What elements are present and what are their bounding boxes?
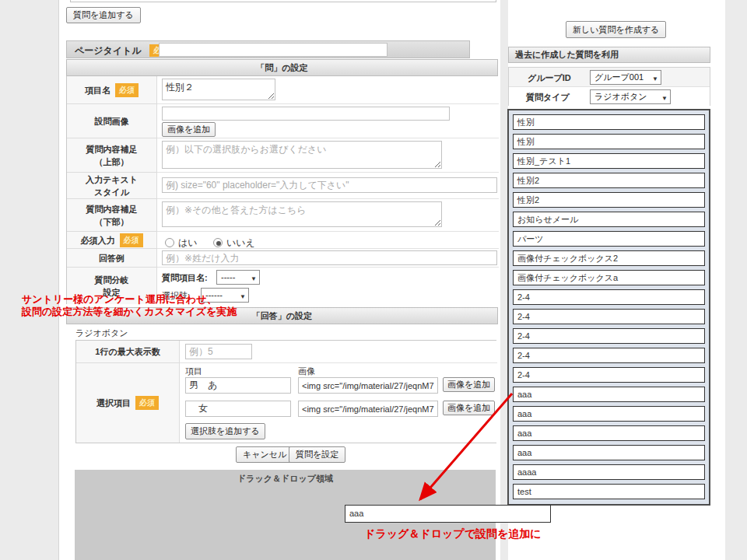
cancel-button[interactable]: キャンセル: [236, 446, 293, 463]
supplement-bottom-label: 質問内容補足: [86, 203, 138, 215]
choices-col-item: 項目: [185, 366, 202, 377]
max-per-line-label: 1行の最大表示数: [95, 345, 160, 358]
new-question-button[interactable]: 新しい質問を作成する: [566, 21, 666, 38]
page-title-row: ページタイトル 必須: [66, 40, 470, 58]
group-id-select[interactable]: グループ001: [590, 70, 661, 85]
supplement-top-label-cell: 質問内容補足 （上部）: [67, 138, 157, 173]
input-style-input[interactable]: [162, 177, 497, 193]
supplement-top-textarea[interactable]: [162, 141, 442, 169]
item-name-cell: 性別２: [157, 76, 499, 104]
question-image-input[interactable]: [162, 107, 450, 121]
past-questions-filters: グループID グループ001 質問タイプ ラジオボタン: [508, 67, 710, 106]
question-list-item[interactable]: 2-4: [513, 367, 705, 383]
group-id-row: グループID グループ001: [509, 68, 710, 87]
question-list-item[interactable]: aaa: [513, 425, 705, 441]
answer-example-label: 回答例: [99, 252, 124, 264]
choices-col-image: 画像: [298, 366, 315, 377]
past-questions-header: 過去に作成した質問を利用: [508, 47, 710, 63]
annotation-left-line2: 設問の設定方法等を細かくカスタマイズを実施: [22, 305, 237, 319]
supplement-bottom-cell: [157, 199, 499, 232]
item-name-label: 項目名: [85, 86, 110, 95]
branch-item-label: 質問項目名:: [162, 272, 208, 284]
supplement-top-label2: （上部）: [95, 156, 129, 168]
dragged-item[interactable]: aaa: [345, 505, 551, 523]
choice-image-input[interactable]: [298, 401, 438, 417]
input-style-label2: スタイル: [94, 186, 129, 198]
input-style-cell: [157, 173, 499, 199]
required-badge: 必須: [115, 83, 139, 97]
supplement-bottom-label-cell: 質問内容補足 （下部）: [67, 199, 157, 232]
question-list-item[interactable]: 性別2: [513, 192, 705, 208]
input-style-label-cell: 入力テキスト スタイル: [67, 173, 157, 199]
question-image-label: 設問画像: [95, 115, 129, 128]
supplement-top-cell: [157, 138, 499, 173]
supplement-bottom-label2: （下部）: [95, 215, 129, 228]
answer-settings-table: 1行の最大表示数 選択項目必須 項目 画像 画像を追加 画像を追加 選択肢を追加…: [75, 340, 496, 443]
max-per-line-cell: [180, 341, 497, 363]
add-question-button[interactable]: 質問を追加する: [66, 7, 141, 23]
question-list-item[interactable]: 性別: [513, 134, 705, 149]
page-title-label: ページタイトル: [75, 44, 142, 58]
answer-type-label: ラジオボタン: [75, 327, 128, 339]
question-image-cell: 画像を追加: [157, 104, 499, 138]
question-list-item[interactable]: 性別2: [513, 173, 705, 188]
question-list-item[interactable]: 2-4: [513, 289, 705, 305]
question-type-select[interactable]: ラジオボタン: [590, 89, 671, 104]
radio-no[interactable]: [213, 238, 223, 247]
answer-example-input[interactable]: [162, 250, 497, 265]
required-badge: 必須: [120, 233, 143, 247]
required-input-label-cell: 必須入力必須: [67, 232, 157, 249]
choice-item-input[interactable]: [185, 401, 291, 417]
group-id-label: グループID: [528, 72, 571, 84]
question-settings-header: 「問」の設定: [66, 59, 498, 76]
question-list-item[interactable]: 性別_テスト1: [513, 153, 705, 169]
answer-example-label-cell: 回答例: [67, 249, 157, 268]
question-list-item[interactable]: aaa: [513, 387, 705, 402]
question-list-item[interactable]: 2-4: [513, 328, 705, 344]
max-per-line-label-cell: 1行の最大表示数: [76, 341, 180, 363]
question-list-item[interactable]: お知らせメール: [513, 212, 705, 227]
item-name-textarea[interactable]: 性別２: [162, 79, 275, 100]
question-list-item[interactable]: パーツ: [513, 231, 705, 247]
question-list-item[interactable]: test: [513, 484, 705, 499]
submit-question-button[interactable]: 質問を設定: [289, 446, 345, 463]
required-input-label: 必須入力: [81, 234, 115, 247]
question-list-item[interactable]: 2-4: [513, 348, 705, 363]
radio-no-label: いいえ: [226, 237, 255, 248]
question-list-item[interactable]: 画像付チェックボックス2: [513, 250, 705, 266]
input-style-label: 入力テキスト: [86, 173, 138, 186]
branch-label: 質問分岐: [95, 274, 129, 286]
choice-image-input[interactable]: [298, 377, 438, 394]
page-title-input[interactable]: [159, 43, 388, 57]
add-choice-button[interactable]: 選択肢を追加する: [185, 423, 265, 439]
drop-area-label: ドラック＆ドロップ領域: [75, 470, 496, 485]
question-list-item[interactable]: 画像付チェックボックスa: [513, 270, 705, 285]
add-image-button[interactable]: 画像を追加: [443, 377, 495, 392]
choice-item-input[interactable]: [185, 377, 291, 394]
question-list-item[interactable]: 性別: [513, 114, 705, 130]
radio-yes-label: はい: [178, 237, 198, 248]
max-per-line-input[interactable]: [185, 344, 252, 359]
add-image-button[interactable]: 画像を追加: [443, 401, 495, 415]
question-settings-table: 「問」の設定 項目名必須 設問画像 質問内容補足 （上部） 入力テキスト スタイ…: [66, 59, 498, 304]
question-list-item[interactable]: aaaa: [513, 464, 705, 480]
required-input-cell: はい いいえ: [157, 232, 499, 249]
question-list-item[interactable]: aaa: [513, 406, 705, 422]
question-image-label-cell: 設問画像: [67, 104, 157, 138]
supplement-top-label: 質問内容補足: [86, 143, 138, 156]
choices-label: 選択項目: [96, 397, 131, 409]
question-list-item[interactable]: 2-4: [513, 309, 705, 324]
question-list: 性別性別性別_テスト1性別2性別2お知らせメールパーツ画像付チェックボックス2画…: [507, 109, 710, 506]
top-partial-input[interactable]: [70, 0, 496, 2]
branch-item-select[interactable]: -----: [216, 270, 260, 285]
question-list-item[interactable]: aaa: [513, 445, 705, 460]
question-type-row: 質問タイプ ラジオボタン: [509, 87, 710, 107]
choices-label-cell: 選択項目必須: [76, 363, 180, 443]
radio-yes[interactable]: [165, 238, 174, 247]
question-type-label: 質問タイプ: [526, 92, 570, 103]
required-badge: 必須: [135, 396, 159, 410]
supplement-bottom-textarea[interactable]: [162, 201, 442, 227]
annotation-bottom: ドラッグ＆ドロップで設問を追加に: [364, 527, 542, 541]
add-image-button[interactable]: 画像を追加: [162, 122, 216, 137]
answer-example-cell: [157, 249, 499, 268]
